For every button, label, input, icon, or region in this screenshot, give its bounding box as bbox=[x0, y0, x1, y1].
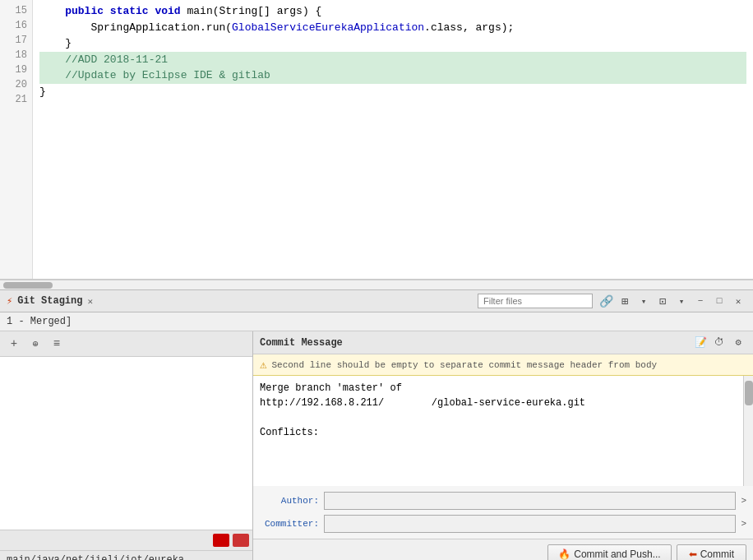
horizontal-scrollbar[interactable] bbox=[0, 280, 753, 289]
left-panel: + ⊕ ≡ main/java/net/jieli/iot/eureka bbox=[0, 331, 253, 560]
bottom-area: + ⊕ ≡ main/java/net/jieli/iot/eureka Com… bbox=[0, 331, 753, 560]
commit-icon: ⬅ bbox=[689, 548, 697, 560]
line-num-15: 15 bbox=[5, 3, 27, 18]
author-committer-section: Author: > Committer: > bbox=[253, 486, 753, 539]
committer-label: Committer: bbox=[260, 519, 319, 529]
discard-icon[interactable] bbox=[233, 534, 249, 547]
line-num-20: 20 bbox=[5, 77, 27, 92]
add-all-icon[interactable]: ⊕ bbox=[26, 335, 44, 353]
author-input[interactable] bbox=[324, 492, 736, 510]
commit-buttons-area: 🔥 Commit and Push... ⬅ Commit bbox=[253, 539, 753, 560]
unstage-icon[interactable] bbox=[213, 534, 229, 547]
left-toolbar: + ⊕ ≡ bbox=[0, 331, 252, 357]
code-line-16: public static void main(String[] args) { bbox=[39, 3, 746, 20]
scrollbar-thumb-v[interactable] bbox=[745, 381, 753, 405]
history-icon[interactable]: ⏱ bbox=[711, 335, 728, 351]
branch-text: 1 - Merged] bbox=[7, 316, 72, 327]
warning-text: Second line should be empty to separate … bbox=[271, 360, 657, 370]
commit-msg-toolbar: 📝 ⏱ ⚙ bbox=[692, 335, 746, 351]
git-staging-icon: ⚡ bbox=[7, 295, 12, 308]
branch-label: 1 - Merged] bbox=[0, 312, 753, 331]
line-num-21: 21 bbox=[5, 92, 27, 107]
line-numbers: 15 16 17 18 19 20 21 bbox=[0, 0, 33, 279]
code-line-18: } bbox=[39, 35, 746, 52]
file-path-area: main/java/net/jieli/iot/eureka bbox=[0, 550, 252, 560]
commit-message-wrapper[interactable]: Merge branch 'master' of http://192.168.… bbox=[253, 376, 753, 486]
commit-label: Commit bbox=[700, 548, 734, 560]
filter-files-input[interactable] bbox=[478, 294, 593, 308]
commit-and-push-label: Commit and Push... bbox=[574, 548, 660, 560]
git-staging-panel-header: ⚡ Git Staging ✕ 🔗 ⊞ ▾ ⊡ ▾ − □ ✕ bbox=[0, 289, 753, 312]
minimize-icon[interactable]: − bbox=[692, 293, 709, 309]
dropdown2-icon[interactable]: ▾ bbox=[673, 293, 690, 309]
warning-icon: ⚠ bbox=[260, 358, 266, 372]
code-editor: 15 16 17 18 19 20 21 public static void … bbox=[0, 0, 753, 280]
author-row: Author: > bbox=[253, 489, 753, 512]
vertical-scrollbar[interactable] bbox=[743, 376, 753, 486]
list-view-icon[interactable]: ≡ bbox=[48, 335, 66, 353]
author-label: Author: bbox=[260, 496, 319, 506]
line-num-18: 18 bbox=[5, 48, 27, 62]
commit-message-header: Commit Message 📝 ⏱ ⚙ bbox=[253, 331, 753, 354]
settings-commit-icon[interactable]: ⚙ bbox=[730, 335, 746, 351]
code-line-17: SpringApplication.run(GlobalServiceEurek… bbox=[39, 20, 746, 36]
link-icon[interactable]: 🔗 bbox=[598, 293, 614, 309]
committer-suffix: > bbox=[741, 519, 746, 529]
code-line-19: //ADD 2018-11-21 bbox=[39, 52, 746, 68]
line-num-19: 19 bbox=[5, 62, 27, 77]
git-staging-label: Git Staging bbox=[17, 295, 82, 307]
commit-push-icon: 🔥 bbox=[558, 548, 571, 560]
author-suffix: > bbox=[741, 496, 746, 506]
code-content[interactable]: public static void main(String[] args) {… bbox=[33, 0, 753, 279]
compare-icon[interactable]: ⊞ bbox=[617, 293, 633, 309]
file-path: main/java/net/jieli/iot/eureka bbox=[7, 554, 184, 560]
left-file-list[interactable] bbox=[0, 357, 252, 530]
right-panel: Commit Message 📝 ⏱ ⚙ ⚠ Second line shoul… bbox=[253, 331, 753, 560]
split-icon[interactable]: ⊡ bbox=[654, 293, 671, 309]
left-bottom-toolbar bbox=[0, 530, 252, 550]
maximize-icon[interactable]: □ bbox=[711, 293, 728, 309]
warning-bar: ⚠ Second line should be empty to separat… bbox=[253, 354, 753, 376]
code-line-21: } bbox=[39, 84, 746, 100]
git-staging-title-area: ⚡ Git Staging ✕ bbox=[7, 295, 93, 308]
commit-message-textarea[interactable]: Merge branch 'master' of http://192.168.… bbox=[253, 376, 753, 486]
amend-icon[interactable]: 📝 bbox=[692, 335, 709, 351]
line-num-17: 17 bbox=[5, 33, 27, 48]
code-line-20: //Update by Eclipse IDE & gitlab bbox=[39, 67, 746, 84]
line-num-16: 16 bbox=[5, 18, 27, 33]
commit-message-title: Commit Message bbox=[260, 337, 343, 349]
dropdown-icon[interactable]: ▾ bbox=[635, 293, 652, 309]
commit-and-push-button[interactable]: 🔥 Commit and Push... bbox=[547, 544, 671, 560]
add-file-icon[interactable]: + bbox=[5, 335, 23, 353]
scrollbar-thumb-h[interactable] bbox=[3, 282, 53, 289]
commit-button[interactable]: ⬅ Commit bbox=[677, 544, 746, 560]
toolbar-icons: 🔗 ⊞ ▾ ⊡ ▾ − □ ✕ bbox=[598, 293, 746, 309]
committer-row: Committer: > bbox=[253, 512, 753, 535]
close-panel-icon[interactable]: ✕ bbox=[730, 293, 746, 309]
git-staging-toolbar: 🔗 ⊞ ▾ ⊡ ▾ − □ ✕ bbox=[478, 293, 746, 309]
close-tab-icon[interactable]: ✕ bbox=[87, 296, 93, 307]
committer-input[interactable] bbox=[324, 515, 736, 533]
